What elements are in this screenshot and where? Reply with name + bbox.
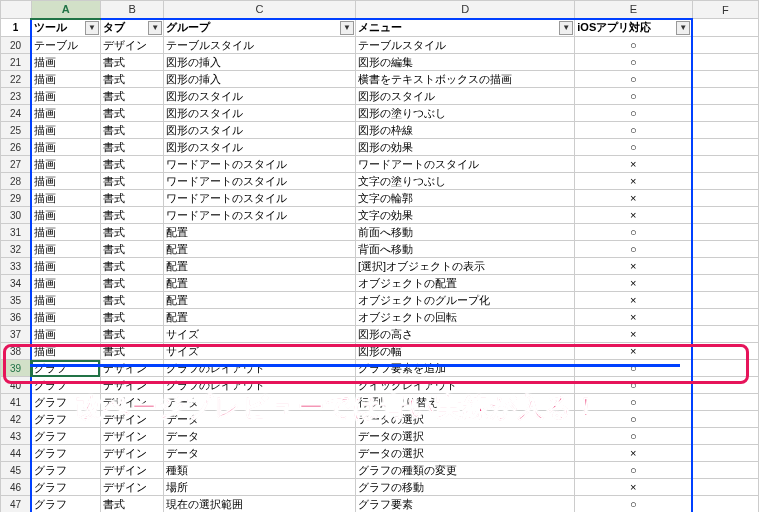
cell[interactable]: サイズ [164,326,356,343]
cell[interactable]: 横書をテキストボックスの描画 [355,71,574,88]
filter-dropdown-icon[interactable]: ▼ [340,21,354,35]
cell[interactable]: 描画 [31,173,100,190]
cell[interactable]: オブジェクトの配置 [355,275,574,292]
row-header[interactable]: 29 [1,190,32,207]
cell[interactable] [692,479,758,496]
row-header[interactable]: 36 [1,309,32,326]
row-header[interactable]: 25 [1,122,32,139]
cell[interactable] [692,122,758,139]
filter-cell[interactable]: ツール▼ [31,19,100,37]
cell[interactable]: デザイン [100,462,163,479]
cell[interactable] [692,37,758,54]
cell[interactable]: テーブル [31,37,100,54]
cell[interactable]: 種類 [164,462,356,479]
cell[interactable]: ○ [575,122,692,139]
cell[interactable]: 書式 [100,292,163,309]
cell[interactable]: 描画 [31,275,100,292]
cell[interactable]: 書式 [100,156,163,173]
cell[interactable]: 背面へ移動 [355,241,574,258]
cell[interactable]: テーブルスタイル [164,37,356,54]
col-header-b[interactable]: B [100,1,163,19]
cell[interactable]: グラフ [31,360,100,377]
cell[interactable]: 配置 [164,224,356,241]
cell[interactable]: データの選択 [355,445,574,462]
cell[interactable]: グラフ [31,479,100,496]
cell[interactable]: × [575,343,692,360]
row-header[interactable]: 27 [1,156,32,173]
filter-dropdown-icon[interactable]: ▼ [85,21,99,35]
row-header[interactable]: 38 [1,343,32,360]
cell[interactable]: 前面へ移動 [355,224,574,241]
cell[interactable]: グラフの種類の変更 [355,462,574,479]
cell[interactable]: グラフ [31,462,100,479]
col-header-c[interactable]: C [164,1,356,19]
cell[interactable]: 配置 [164,309,356,326]
cell[interactable]: 描画 [31,190,100,207]
row-header[interactable]: 43 [1,428,32,445]
cell[interactable]: 文字の輪郭 [355,190,574,207]
cell[interactable]: 図形の枠線 [355,122,574,139]
cell[interactable]: × [575,326,692,343]
cell[interactable]: 図形のスタイル [164,105,356,122]
cell[interactable]: オブジェクトのグループ化 [355,292,574,309]
cell[interactable] [692,496,758,513]
cell[interactable]: 書式 [100,173,163,190]
row-header[interactable]: 1 [1,19,32,37]
cell[interactable]: デザイン [100,360,163,377]
cell[interactable]: 描画 [31,105,100,122]
cell[interactable]: × [575,156,692,173]
row-header[interactable]: 21 [1,54,32,71]
row-header[interactable]: 45 [1,462,32,479]
cell[interactable]: 描画 [31,241,100,258]
cell[interactable] [692,258,758,275]
cell[interactable]: × [575,479,692,496]
cell[interactable]: 図形の挿入 [164,71,356,88]
row-header[interactable]: 34 [1,275,32,292]
filter-cell[interactable]: グループ▼ [164,19,356,37]
cell[interactable] [692,224,758,241]
cell[interactable]: グラフ [31,496,100,513]
cell[interactable]: ○ [575,360,692,377]
cell[interactable]: ○ [575,88,692,105]
cell[interactable]: × [575,258,692,275]
row-header[interactable]: 35 [1,292,32,309]
cell[interactable]: データの選択 [355,428,574,445]
cell[interactable] [692,411,758,428]
filter-cell[interactable]: タブ▼ [100,19,163,37]
row-header[interactable]: 42 [1,411,32,428]
cell[interactable]: デザイン [100,479,163,496]
cell[interactable]: データ [164,445,356,462]
cell[interactable]: テーブルスタイル [355,37,574,54]
cell[interactable]: 書式 [100,139,163,156]
cell[interactable]: ワードアートのスタイル [164,156,356,173]
cell[interactable]: 配置 [164,292,356,309]
cell[interactable] [692,54,758,71]
row-header[interactable]: 47 [1,496,32,513]
cell[interactable]: ○ [575,105,692,122]
col-header-d[interactable]: D [355,1,574,19]
cell[interactable]: 描画 [31,224,100,241]
cell[interactable]: 描画 [31,156,100,173]
filter-dropdown-icon[interactable]: ▼ [148,21,162,35]
cell[interactable]: グラフの移動 [355,479,574,496]
row-header[interactable]: 33 [1,258,32,275]
cell[interactable]: 場所 [164,479,356,496]
cell[interactable]: 描画 [31,292,100,309]
row-header[interactable]: 37 [1,326,32,343]
cell[interactable]: 描画 [31,207,100,224]
filter-cell[interactable]: iOSアプリ対応▼ [575,19,692,37]
cell[interactable]: 描画 [31,88,100,105]
cell[interactable]: × [575,309,692,326]
cell[interactable]: × [575,207,692,224]
row-header[interactable]: 20 [1,37,32,54]
row-header[interactable]: 41 [1,394,32,411]
cell[interactable]: 書式 [100,343,163,360]
cell[interactable] [692,360,758,377]
cell[interactable] [692,139,758,156]
cell[interactable]: 描画 [31,54,100,71]
filter-dropdown-icon[interactable]: ▼ [559,21,573,35]
cell[interactable]: グラフ要素を追加 [355,360,574,377]
cell[interactable]: 配置 [164,275,356,292]
cell[interactable]: 書式 [100,258,163,275]
cell[interactable]: 書式 [100,54,163,71]
